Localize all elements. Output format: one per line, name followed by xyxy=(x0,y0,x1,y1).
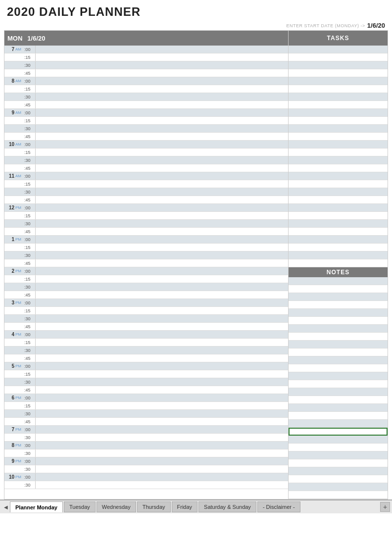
time-row[interactable]: :15 xyxy=(4,402,288,410)
time-row[interactable]: :30 xyxy=(4,378,288,386)
task-row[interactable] xyxy=(289,93,388,101)
time-row[interactable]: :45 xyxy=(4,323,288,331)
time-content[interactable] xyxy=(35,125,288,132)
time-row[interactable]: 11AM:00 xyxy=(4,172,288,180)
task-row[interactable] xyxy=(289,212,388,220)
tab---disclaimer--[interactable]: - Disclaimer - xyxy=(257,501,300,512)
time-row[interactable]: 12PM:00 xyxy=(4,204,288,212)
time-row[interactable]: :15 xyxy=(4,275,288,283)
time-row[interactable]: :30 xyxy=(4,251,288,259)
time-content[interactable] xyxy=(35,69,288,77)
note-row[interactable] xyxy=(289,341,388,348)
time-content[interactable] xyxy=(35,442,288,449)
time-row[interactable]: 4PM:00 xyxy=(4,331,288,339)
task-row[interactable] xyxy=(289,117,388,125)
time-row[interactable]: 6PM:00 xyxy=(4,394,288,402)
time-row[interactable]: :45 xyxy=(4,69,288,77)
time-content[interactable] xyxy=(35,347,288,354)
time-content[interactable] xyxy=(35,370,288,378)
time-content[interactable] xyxy=(35,141,288,148)
time-content[interactable] xyxy=(35,172,288,180)
time-content[interactable] xyxy=(35,465,288,473)
task-row[interactable] xyxy=(289,220,388,228)
note-row[interactable] xyxy=(289,451,388,459)
time-row[interactable]: :45 xyxy=(4,386,288,394)
time-content[interactable] xyxy=(35,315,288,322)
time-row[interactable]: :45 xyxy=(4,354,288,362)
time-row[interactable]: 9PM:00 xyxy=(4,457,288,465)
note-row[interactable] xyxy=(289,388,388,396)
time-content[interactable] xyxy=(35,61,288,69)
time-row[interactable]: :30 xyxy=(4,434,288,442)
time-content[interactable] xyxy=(35,164,288,172)
time-content[interactable] xyxy=(35,149,288,156)
time-content[interactable] xyxy=(35,267,288,275)
task-row[interactable] xyxy=(289,149,388,156)
note-row[interactable] xyxy=(289,293,388,301)
time-row[interactable]: :15 xyxy=(4,85,288,93)
time-row[interactable]: :30 xyxy=(4,283,288,291)
time-content[interactable] xyxy=(35,156,288,164)
time-row[interactable]: 8PM:00 xyxy=(4,442,288,449)
time-row[interactable]: :15 xyxy=(4,180,288,188)
time-row[interactable]: :45 xyxy=(4,259,288,267)
time-row[interactable]: :30 xyxy=(4,93,288,101)
time-content[interactable] xyxy=(35,220,288,227)
tab-add-button[interactable]: + xyxy=(380,502,390,512)
note-row[interactable] xyxy=(289,475,388,483)
time-content[interactable] xyxy=(35,228,288,235)
task-row[interactable] xyxy=(289,61,388,69)
time-row[interactable]: :15 xyxy=(4,149,288,156)
note-row[interactable] xyxy=(289,420,388,428)
task-row[interactable] xyxy=(289,77,388,85)
note-row[interactable] xyxy=(289,380,388,388)
note-row[interactable] xyxy=(289,317,388,325)
task-row[interactable] xyxy=(289,69,388,77)
task-row[interactable] xyxy=(289,101,388,109)
note-row[interactable] xyxy=(289,491,388,499)
tab-tuesday[interactable]: Tuesday xyxy=(64,501,96,512)
time-content[interactable] xyxy=(35,307,288,314)
time-row[interactable]: :15 xyxy=(4,307,288,315)
time-content[interactable] xyxy=(35,212,288,219)
time-row[interactable]: :15 xyxy=(4,339,288,347)
time-row[interactable]: :45 xyxy=(4,196,288,204)
note-row[interactable] xyxy=(289,277,388,285)
time-content[interactable] xyxy=(35,457,288,465)
time-content[interactable] xyxy=(35,188,288,196)
note-row[interactable] xyxy=(289,333,388,341)
time-content[interactable] xyxy=(35,386,288,394)
time-content[interactable] xyxy=(35,481,288,489)
time-content[interactable] xyxy=(35,236,288,243)
date-value[interactable]: 1/6/20 xyxy=(367,22,385,29)
time-row[interactable]: 1PM:00 xyxy=(4,236,288,244)
time-row[interactable]: 3PM:00 xyxy=(4,299,288,307)
time-content[interactable] xyxy=(35,133,288,140)
time-row[interactable]: :45 xyxy=(4,133,288,141)
time-row[interactable]: :30 xyxy=(4,220,288,228)
time-content[interactable] xyxy=(35,180,288,188)
time-content[interactable] xyxy=(35,46,288,53)
tab-friday[interactable]: Friday xyxy=(172,501,198,512)
time-content[interactable] xyxy=(35,93,288,100)
time-row[interactable]: 8AM:00 xyxy=(4,77,288,85)
tab-saturday--sunday[interactable]: Saturday & Sunday xyxy=(198,501,256,512)
time-row[interactable]: 7PM:00 xyxy=(4,426,288,434)
task-row[interactable] xyxy=(289,172,388,180)
time-content[interactable] xyxy=(35,101,288,108)
time-row[interactable]: :30 xyxy=(4,347,288,354)
time-row[interactable]: :30 xyxy=(4,188,288,196)
time-row[interactable]: :30 xyxy=(4,61,288,69)
task-row[interactable] xyxy=(289,164,388,172)
time-row[interactable]: :15 xyxy=(4,212,288,220)
time-row[interactable]: 9AM:00 xyxy=(4,109,288,117)
task-row[interactable] xyxy=(289,204,388,212)
note-row[interactable] xyxy=(289,459,388,467)
time-content[interactable] xyxy=(35,362,288,370)
task-row[interactable] xyxy=(289,85,388,93)
note-row[interactable] xyxy=(289,404,388,412)
task-row[interactable] xyxy=(289,53,388,61)
note-row[interactable] xyxy=(289,412,388,420)
time-content[interactable] xyxy=(35,109,288,116)
note-row[interactable] xyxy=(289,436,388,444)
